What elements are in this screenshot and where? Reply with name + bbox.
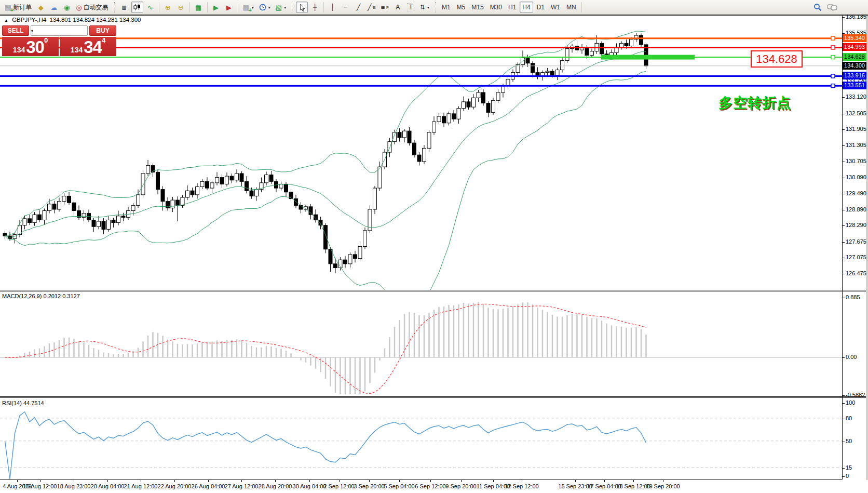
auto-scroll-button[interactable]: ▶ (210, 2, 222, 13)
price-tick-mark (842, 17, 845, 18)
text-label-icon: T (408, 3, 414, 11)
zoom-in-button[interactable]: ⊕ (162, 2, 174, 13)
channel-button[interactable]: ╱E (365, 2, 378, 13)
ohlc-open: 134.801 (50, 17, 72, 23)
rsi-tick-label: 50 (846, 438, 852, 444)
fibonacci-button[interactable]: ≡F (379, 2, 391, 13)
time-axis[interactable]: 4 Aug 201915 Aug 12:0018 Aug 23:0020 Aug… (0, 480, 868, 493)
chinese-note-text[interactable]: 多空转折点 (718, 94, 791, 112)
timeframe-button-w1[interactable]: W1 (548, 2, 563, 13)
vertical-line-button[interactable]: │ (327, 2, 338, 13)
volume-input[interactable] (33, 26, 88, 35)
buy-button[interactable]: BUY (89, 25, 116, 36)
indicators-button[interactable]: ▤+ ▾ (241, 2, 256, 13)
templates-button[interactable]: ▧ ▾ (274, 2, 288, 13)
macd-indicator-pane[interactable] (0, 292, 842, 396)
sell-price-panel[interactable]: 134 30 0 (2, 37, 59, 56)
time-tick-mark (493, 480, 494, 482)
time-tick-mark (74, 480, 74, 482)
rsi-tick-label: 15 (846, 464, 852, 471)
time-tick-label: 6 Sep 12:00 (415, 483, 445, 489)
text-icon: A (396, 4, 400, 11)
search-button[interactable] (811, 2, 824, 13)
new-order-button[interactable]: ▤+ 新订单 (3, 2, 34, 13)
rsi-indicator-pane[interactable] (0, 398, 842, 479)
tile-windows-button[interactable]: ▦ (193, 2, 205, 13)
time-tick-label: 3 Sep 20:00 (354, 483, 384, 489)
chart-shift-button[interactable]: ▶ (223, 2, 235, 13)
price-tick-mark (842, 274, 845, 274)
time-tick-label: 15 Aug 12:00 (23, 483, 57, 489)
auto-trading-button[interactable]: ◎ 自动交易 (74, 2, 110, 13)
periods-button[interactable]: ▾ (257, 2, 273, 13)
macd-tick-label: 0.885 (846, 294, 860, 300)
clock-icon (259, 4, 266, 11)
price-tick-label: 130.090 (846, 174, 866, 180)
time-tick-label: 5 Sep 04:00 (384, 483, 414, 489)
trendline-button[interactable]: ╱ (352, 2, 364, 13)
zoom-out-icon: ⊖ (178, 4, 184, 11)
price-annotation-box[interactable]: 134.628 (751, 50, 803, 68)
chevron-down-icon: ▾ (427, 5, 429, 10)
ohlc-close: 134.300 (119, 17, 141, 23)
trendline-icon: ╱ (357, 4, 360, 11)
main-price-chart[interactable] (0, 16, 842, 290)
time-tick-mark (399, 480, 400, 482)
signals-button[interactable]: ◉ (61, 2, 73, 13)
horizontal-line-button[interactable]: ─ (340, 2, 351, 13)
rsi-tick-mark (842, 403, 845, 404)
line-chart-icon: ∿ (147, 4, 153, 11)
time-tick-label: 20 Aug 04:00 (91, 483, 125, 489)
chart-line-button[interactable]: ∿ (144, 2, 156, 13)
chart-candles-button[interactable] (131, 2, 143, 13)
time-tick-mark (339, 480, 340, 482)
price-tick-label: 127.675 (846, 238, 866, 245)
timeframe-button-h4[interactable]: H4 (520, 2, 533, 13)
pane-divider[interactable] (0, 290, 868, 291)
text-label-button[interactable]: T (405, 2, 417, 13)
rsi-tick-label: 0 (846, 473, 849, 479)
timeframe-button-m30[interactable]: M30 (487, 2, 505, 13)
community-button[interactable]: ☁ (48, 2, 60, 13)
sell-button[interactable]: SELL (2, 25, 29, 36)
timeframe-button-m1[interactable]: M1 (439, 2, 453, 13)
timeframe-button-d1[interactable]: D1 (534, 2, 547, 13)
arrows-icon: ⇅ (420, 4, 425, 11)
price-tick-label: 129.490 (846, 190, 866, 196)
price-tick-label: 131.905 (846, 126, 866, 132)
price-level-badge: 134.993 (843, 43, 866, 51)
price-tick-mark (842, 194, 845, 194)
ohlc-high: 134.824 (73, 17, 94, 23)
timeframe-group: M1M5M15M30H1H4D1W1MN (439, 2, 579, 13)
time-tick-label: 12 Sep 12:00 (505, 483, 538, 489)
time-tick-label: 21 Aug 12:00 (124, 483, 158, 489)
time-tick-mark (174, 480, 175, 482)
chat-button[interactable] (825, 2, 839, 13)
price-tick-mark (842, 258, 845, 258)
toolbar-grip (435, 2, 436, 12)
price-tick-mark (842, 225, 845, 226)
time-tick-mark (241, 480, 242, 482)
timeframe-button-m15[interactable]: M15 (469, 2, 486, 13)
timeframe-button-h1[interactable]: H1 (506, 2, 519, 13)
symbol-marker-icon: ▲ (4, 18, 8, 23)
chart-bars-button[interactable]: ▥ (118, 2, 130, 13)
arrows-button[interactable]: ⇅ ▾ (418, 2, 431, 13)
buy-price-big: 34 (84, 39, 102, 55)
indicators-icon: ▤+ (243, 4, 250, 11)
timeframe-button-mn[interactable]: MN (564, 2, 579, 13)
buy-price-panel[interactable]: 134 34 4 (60, 37, 116, 56)
sell-price-figure: 134 (13, 45, 25, 55)
search-icon (813, 3, 822, 11)
alerts-button[interactable]: ◆ (35, 2, 47, 13)
buy-price-pip: 4 (102, 37, 105, 44)
text-button[interactable]: A (392, 2, 404, 13)
cursor-button[interactable] (296, 2, 308, 13)
price-tick-label: 128.890 (846, 206, 866, 212)
autotrade-icon: ◎ (76, 4, 82, 11)
timeframe-button-m5[interactable]: M5 (454, 2, 468, 13)
pane-divider[interactable] (0, 396, 868, 398)
macd-tick-mark (842, 357, 845, 358)
crosshair-button[interactable]: ┼ (309, 2, 321, 13)
zoom-out-button[interactable]: ⊖ (175, 2, 187, 13)
